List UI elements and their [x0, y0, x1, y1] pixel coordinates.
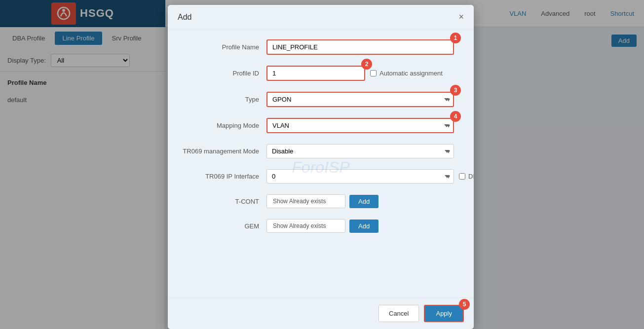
- badge-2: 2: [361, 59, 372, 70]
- type-select[interactable]: GPON EPON XGS-PON: [266, 92, 454, 107]
- badge-3: 3: [450, 85, 461, 96]
- tcont-row: T-CONT Show Already exists Add: [183, 194, 459, 208]
- profile-name-input-wrapper: 1: [266, 39, 454, 55]
- mapping-mode-label: Mapping Mode: [183, 122, 266, 129]
- dhcp-group: DHCP: [459, 173, 474, 180]
- badge-1: 1: [450, 33, 461, 43]
- profile-id-input-wrapper: 2: [266, 66, 365, 81]
- tr069-mode-row: TR069 management Mode Disable Enable: [183, 144, 459, 158]
- auto-assignment-label: Automatic assignment: [379, 70, 443, 77]
- badge-4: 4: [450, 111, 461, 122]
- tr069-ip-row: TR069 IP Interface 0 1 2 DHCP: [183, 169, 459, 183]
- mapping-mode-row: Mapping Mode VLAN GEM Port 4: [183, 118, 459, 133]
- auto-assignment-checkbox[interactable]: [370, 70, 377, 76]
- tcont-label: T-CONT: [183, 198, 266, 205]
- profile-name-input[interactable]: [266, 39, 454, 55]
- auto-assignment-group: Automatic assignment: [370, 70, 443, 77]
- dhcp-checkbox[interactable]: [459, 173, 465, 180]
- gem-row: GEM Show Already exists Add: [183, 219, 459, 233]
- profile-id-input[interactable]: [266, 66, 365, 81]
- type-label: Type: [183, 96, 266, 103]
- tr069-mode-select[interactable]: Disable Enable: [266, 144, 454, 158]
- gem-show-button[interactable]: Show Already exists: [266, 219, 345, 233]
- modal-header: Add ×: [168, 5, 474, 30]
- gem-label: GEM: [183, 222, 266, 230]
- profile-name-label: Profile Name: [183, 43, 266, 51]
- profile-name-row: Profile Name 1: [183, 39, 459, 55]
- modal-body: Profile Name 1 Profile ID 2 Automatic as…: [168, 30, 474, 297]
- mapping-mode-select[interactable]: VLAN GEM Port: [266, 118, 454, 133]
- cancel-button[interactable]: Cancel: [379, 305, 419, 322]
- mapping-mode-select-wrapper: VLAN GEM Port 4: [266, 118, 454, 133]
- type-select-wrapper: GPON EPON XGS-PON 3: [266, 92, 454, 107]
- modal-footer: Cancel Apply 5: [168, 297, 474, 329]
- apply-button[interactable]: Apply: [424, 305, 464, 322]
- modal-close-button[interactable]: ×: [458, 12, 464, 22]
- profile-id-label: Profile ID: [183, 70, 266, 77]
- badge-5: 5: [459, 299, 470, 310]
- tr069-ip-select[interactable]: 0 1 2: [266, 169, 454, 183]
- tcont-add-button[interactable]: Add: [349, 195, 379, 208]
- tr069-ip-label: TR069 IP Interface: [183, 173, 266, 180]
- tr069-mode-label: TR069 management Mode: [183, 147, 266, 155]
- dhcp-label: DHCP: [468, 173, 474, 180]
- add-modal: Add × Profile Name 1 Profile ID 2 Automa…: [168, 5, 474, 329]
- modal-title: Add: [178, 13, 191, 22]
- gem-add-button[interactable]: Add: [349, 219, 379, 233]
- profile-id-row: Profile ID 2 Automatic assignment: [183, 66, 459, 81]
- type-row: Type GPON EPON XGS-PON 3: [183, 92, 459, 107]
- tcont-show-button[interactable]: Show Already exists: [266, 194, 345, 208]
